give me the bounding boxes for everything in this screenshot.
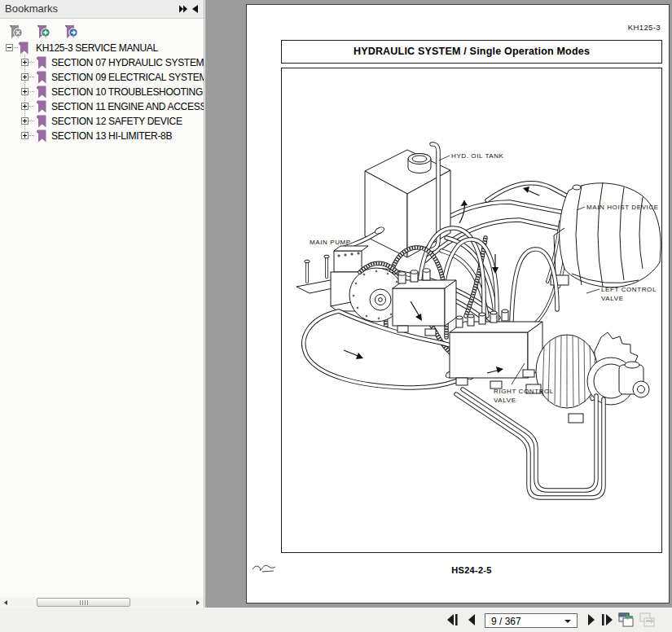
label-main-pump: MAIN PUMP [310,239,351,246]
bookmark-label[interactable]: SECTION 11 ENGINE AND ACCESS [51,101,204,112]
expand-toggle-icon[interactable] [21,117,29,125]
scroll-right-icon[interactable] [192,597,204,608]
expand-toggle-icon[interactable] [21,103,29,110]
last-page-button[interactable] [600,608,615,632]
page-title-band: HYDRAULIC SYSTEM / Single Operation Mode… [281,40,662,64]
main-pump [296,246,403,322]
main-hoist [551,182,661,287]
page-number-combobox[interactable]: 9 / 367 [485,613,578,628]
bookmark-icon [36,115,46,128]
bookmark-item[interactable]: SECTION 13 HI-LIMITER-8B [0,129,204,143]
bookmark-icon [36,86,46,99]
bookmark-item[interactable]: SECTION 09 ELECTRICAL SYSTEM [0,70,204,85]
bookmark-label[interactable]: SECTION 07 HYDRAULIC SYSTEM [51,57,204,68]
status-bar: 9 / 367 [0,608,672,632]
page-title: HYDRAULIC SYSTEM / Single Operation Mode… [354,46,590,57]
next-view-button[interactable] [639,608,657,632]
signature-scribble [251,561,277,574]
bookmark-icon [36,71,46,84]
label-main-hoist: MAIN HOIST DEVICE [586,204,659,211]
bookmark-icon [36,129,46,143]
right-valve [450,309,542,388]
delete-bookmark-icon[interactable] [7,23,24,39]
previous-view-button[interactable] [617,608,635,632]
label-right-valve-1: RIGHT CONTROL [494,388,554,395]
bookmarks-horizontal-scrollbar[interactable] [0,597,204,608]
next-page-button[interactable] [585,608,596,632]
bookmark-label[interactable]: SECTION 13 HI-LIMITER-8B [51,130,172,142]
label-oil-tank: HYD. OIL TANK [451,152,504,160]
bookmark-icon [36,56,46,69]
bookmark-label[interactable]: SECTION 10 TROUBLESHOOTING [51,86,203,98]
figure-box: HYD. OIL TANK MAIN PUMP MAIN HOIST DEVIC… [281,68,662,553]
scroll-left-icon[interactable] [0,597,11,608]
bookmark-item[interactable]: SECTION 10 TROUBLESHOOTING [0,85,204,99]
bookmark-label[interactable]: SECTION 09 ELECTRICAL SYSTEM [51,72,204,83]
bookmark-item[interactable]: SECTION 11 ENGINE AND ACCESS [0,99,204,114]
page-indicator[interactable]: 9 / 367 [491,616,521,627]
combo-dropdown-icon[interactable] [564,620,571,623]
hydraulic-diagram: HYD. OIL TANK MAIN PUMP MAIN HOIST DEVIC… [282,68,661,552]
bookmark-label[interactable]: SECTION 12 SAFETY DEVICE [51,116,182,127]
bookmarks-panel-title: Bookmarks [5,2,58,15]
collapse-toggle-icon[interactable] [6,44,13,51]
bookmark-item[interactable]: SECTION 07 HYDRAULIC SYSTEM [0,55,204,70]
bookmarks-tree: KH125-3 SERVICE MANUAL SECTION 07 HYDRAU… [0,41,204,598]
bookmark-icon [36,100,46,113]
bookmark-item[interactable]: SECTION 12 SAFETY DEVICE [0,114,204,129]
expand-toggle-icon[interactable] [21,73,29,81]
label-left-valve-1: LEFT CONTROL [601,286,657,293]
expand-toggle-icon[interactable] [21,132,29,139]
winch-motor [619,362,649,397]
add-bookmark-icon[interactable] [35,23,51,39]
bookmarks-panel-header: Bookmarks [0,0,204,19]
scrollbar-thumb[interactable] [37,598,130,607]
bookmark-label[interactable]: KH125-3 SERVICE MANUAL [36,42,158,54]
bookmarks-toolbar [0,20,204,41]
previous-page-button[interactable] [467,608,478,632]
bookmark-icon [18,42,29,55]
pdf-viewer-window: Bookmarks [0,0,672,632]
figure-caption: HS24-2-5 [281,565,662,575]
label-left-valve-2: VALVE [601,295,624,302]
page-header-code: KH125-3 [628,23,661,32]
expand-toggle-icon[interactable] [21,88,29,95]
expand-toggle-icon[interactable] [21,59,29,66]
expand-panels-icon[interactable] [178,3,189,15]
collapse-panel-icon[interactable] [190,3,201,15]
bookmark-root-item[interactable]: KH125-3 SERVICE MANUAL [0,41,204,55]
document-area[interactable]: KH125-3 HYDRAULIC SYSTEM / Single Operat… [205,0,672,608]
pdf-page: KH125-3 HYDRAULIC SYSTEM / Single Operat… [246,4,670,603]
goto-bookmark-icon[interactable] [63,23,79,39]
label-right-valve-2: VALVE [494,397,516,404]
first-page-button[interactable] [446,608,461,632]
bookmarks-panel: Bookmarks [0,0,204,608]
